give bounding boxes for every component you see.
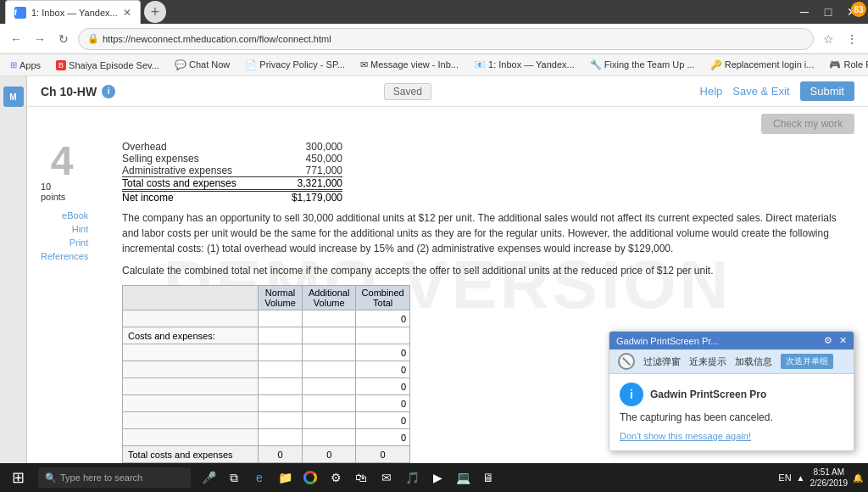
col-header-combined: Combined Total [356,286,410,310]
taskbar-mail-icon[interactable]: ✉ [376,467,398,489]
new-tab-button[interactable]: + [144,1,166,23]
table-row: 0 [123,395,410,412]
input-normal-4[interactable] [264,365,297,375]
input-additional-3[interactable] [308,348,350,358]
input-additional-6[interactable] [308,399,350,409]
notif-close-button[interactable]: ✕ [839,335,847,346]
tab-favicon: f [14,7,26,19]
info-icon[interactable]: i [102,85,115,98]
question-sidebar: 4 10 points eBook Hint Print References [41,141,108,463]
back-button[interactable]: ← [7,30,25,48]
taskbar-up-icon[interactable]: ▲ [797,473,805,483]
notif-dismiss-link[interactable]: Don't show this message again! [620,431,751,441]
input-additional-1[interactable] [308,314,350,324]
taskbar-folder-icon[interactable]: 📁 [274,467,296,489]
start-button[interactable]: ⊞ [5,468,31,487]
bookmark-button[interactable]: ☆ [819,30,837,48]
input-additional-7[interactable] [308,416,350,426]
sidebar-logo: M [3,87,24,107]
input-additional-5[interactable] [308,382,350,392]
table-row: 0 [123,361,410,378]
tab-close-button[interactable]: ✕ [123,7,131,19]
col-header-additional: Additional Volume [303,286,356,310]
chapter-label: Ch 10-HW i [41,85,115,98]
page-topbar: Ch 10-HW i Saved Help Save & Exit Submit [27,76,868,107]
submit-button[interactable]: Submit [800,81,854,101]
points-value: 10 [41,182,51,192]
taskbar-ie-icon[interactable]: e [248,467,270,489]
input-additional-4[interactable] [308,365,350,375]
hint-link[interactable]: Hint [41,224,88,234]
references-link[interactable]: References [41,251,88,261]
taskbar-extra1[interactable]: 💻 [452,467,474,489]
table-row: Costs and expenses: [123,327,410,344]
income-table: Overhead 300,000 Selling expenses 450,00… [122,141,854,204]
taskbar-task-view[interactable]: ⧉ [223,467,245,489]
notif-cn-button[interactable]: 次迭并单组 [781,354,833,369]
income-line-admin: Administrative expenses 771,000 [122,165,342,176]
bookmark-inbox[interactable]: 📧 1: Inbox — Yandex... [470,58,578,72]
ebook-link[interactable]: eBook [41,210,88,221]
notif-cn-body: 过滤弹窗 近来提示 加载信息 次迭并单组 [609,349,854,374]
notif-app-icon: i [620,383,643,406]
taskbar-store-icon[interactable]: 🛍 [350,467,372,489]
taskbar-youtube-icon[interactable]: ▶ [426,467,448,489]
bookmark-apps[interactable]: ⊞ Apps [7,59,44,72]
address-bar[interactable]: 🔒 https://newconnect.mheducation.com/flo… [78,28,814,50]
notif-slash-icon [622,357,631,366]
question-text-1: The company has an opportunity to sell 3… [122,210,854,256]
search-icon: 🔍 [45,472,57,484]
input-normal-8[interactable] [264,433,297,443]
bookmark-role[interactable]: 🎮 Role Playing (IMMO... [826,58,868,72]
bookmark-fixing[interactable]: 🔧 Fixing the Team Up ... [587,58,698,72]
forward-button[interactable]: → [31,30,49,48]
chapter-text: Ch 10-HW [41,85,97,98]
bookmark-message[interactable]: ✉ Message view - Inb... [357,58,462,72]
active-tab[interactable]: f 1: Inbox — Yandex... ✕ [5,0,141,24]
combined-1: 0 [356,310,410,327]
taskbar-right: EN ▲ 8:51 AM 2/26/2019 🔔 [778,467,863,489]
input-normal-7[interactable] [264,416,297,426]
bookmark-replacement[interactable]: 🔑 Replacement login i... [707,58,818,72]
taskbar-notification-icon[interactable]: 🔔 [853,473,863,483]
taskbar-chrome-icon[interactable] [299,467,321,489]
table-row: 0 [123,344,410,361]
bookmarks-bar: ⊞ Apps B Shaiya Episode Sev... 💬 Chat No… [0,54,868,76]
taskbar-lang-icon[interactable]: EN [778,472,791,483]
col-header-desc [123,286,259,310]
check-my-work-button[interactable]: Check my work [761,114,854,134]
check-my-work-row: Check my work [41,114,854,134]
input-additional-8[interactable] [308,433,350,443]
chrome-circle [303,471,317,484]
minimize-button[interactable]: ─ [793,3,815,20]
taskbar-settings-icon[interactable]: ⚙ [325,467,347,489]
taskbar-search[interactable]: 🔍 Type here to search [38,467,191,488]
taskbar: ⊞ 🔍 Type here to search 🎤 ⧉ e 📁 ⚙ 🛍 ✉ 🎵 … [0,463,868,492]
notification-popup: Gadwin PrintScreen Pr... ⚙ ✕ 过滤弹窗 近来提示 加… [609,331,854,451]
save-exit-button[interactable]: Save & Exit [732,85,789,98]
tab-title: 1: Inbox — Yandex... [31,8,118,18]
notif-header-title: Gadwin PrintScreen Pr... [616,336,718,346]
taskbar-extra2[interactable]: 🖥 [477,467,499,489]
taskbar-music-icon[interactable]: 🎵 [401,467,423,489]
clock-date: 2/26/2019 [810,478,849,489]
help-link[interactable]: Help [700,85,723,98]
print-link[interactable]: Print [41,238,88,248]
input-normal-1[interactable] [264,314,297,324]
input-normal-5[interactable] [264,382,297,392]
bookmark-privacy[interactable]: 📄 Privacy Policy - SP... [242,58,348,72]
input-normal-3[interactable] [264,348,297,358]
maximize-button[interactable]: □ [817,3,839,20]
notif-app-name: Gadwin PrintScreen Pro [650,389,766,400]
taskbar-cortana[interactable]: 🎤 [198,467,220,489]
reload-button[interactable]: ↻ [54,30,73,48]
bookmark-chat[interactable]: 💬 Chat Now [171,58,233,72]
bookmark-shaiya[interactable]: B Shaiya Episode Sev... [53,59,163,72]
notif-message: The capturing has been canceled. [620,411,843,423]
settings-button[interactable]: ⋮ [843,30,861,48]
notif-cn-text3: 加载信息 [735,355,772,368]
input-normal-6[interactable] [264,399,297,409]
taskbar-clock: 8:51 AM 2/26/2019 [810,467,849,489]
notif-gear-icon[interactable]: ⚙ [824,335,832,346]
income-total-line: Total costs and expenses 3,321,000 [122,176,342,189]
